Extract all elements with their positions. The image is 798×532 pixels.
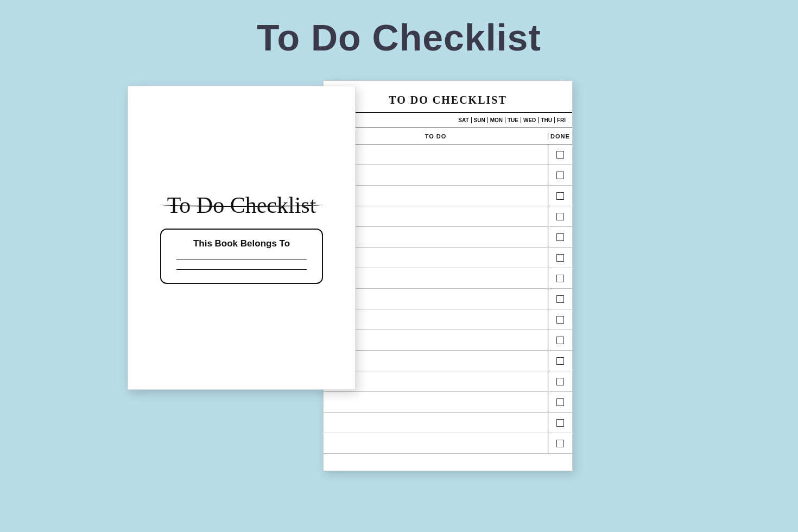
todo-cell [324, 206, 548, 226]
checkbox-icon[interactable] [556, 398, 564, 406]
todo-cell [324, 186, 548, 206]
todo-cell [324, 248, 548, 268]
todo-cell [324, 289, 548, 309]
table-row [324, 165, 572, 186]
done-cell [548, 351, 572, 371]
belongs-box: This Book Belongs To [160, 229, 323, 284]
todo-cell [324, 351, 548, 371]
todo-cell [324, 413, 548, 433]
done-cell [548, 144, 572, 164]
checkbox-icon[interactable] [556, 440, 564, 447]
checklist-rows [324, 144, 572, 471]
day-mon: MON [487, 117, 505, 123]
column-header-row: TO DO DONE [324, 128, 572, 144]
checkbox-icon[interactable] [556, 172, 564, 179]
table-row [324, 392, 572, 413]
done-cell [548, 433, 572, 453]
book-interior: TO DO CHECKLIST DATE :- SAT SUN MON TUE … [323, 80, 573, 471]
todo-cell [324, 433, 548, 453]
done-cell [548, 371, 572, 391]
todo-col-header: TO DO [324, 133, 548, 140]
table-row [324, 309, 572, 330]
done-cell [548, 309, 572, 330]
done-cell [548, 413, 572, 433]
checkbox-icon[interactable] [556, 192, 564, 200]
done-cell [548, 268, 572, 288]
table-row [324, 433, 572, 454]
interior-title: TO DO CHECKLIST [389, 94, 506, 106]
checkbox-icon[interactable] [556, 213, 564, 220]
todo-cell [324, 392, 548, 412]
table-row [324, 413, 572, 433]
day-thu: THU [538, 117, 554, 123]
day-sat: SAT [456, 117, 471, 123]
checkbox-icon[interactable] [556, 295, 564, 303]
done-cell [548, 248, 572, 268]
todo-cell [324, 309, 548, 330]
checkbox-icon[interactable] [556, 337, 564, 344]
day-tue: TUE [505, 117, 521, 123]
todo-cell [324, 165, 548, 185]
done-cell [548, 186, 572, 206]
done-cell [548, 289, 572, 309]
checkbox-icon[interactable] [556, 378, 564, 385]
table-row [324, 351, 572, 371]
done-cell [548, 392, 572, 412]
checkbox-icon[interactable] [556, 254, 564, 262]
days-list: SAT SUN MON TUE WED THU FRI [456, 117, 572, 123]
table-row [324, 371, 572, 392]
day-fri: FRI [554, 117, 568, 123]
belongs-line-1 [176, 259, 307, 259]
table-row [324, 330, 572, 351]
checkbox-icon[interactable] [556, 419, 564, 427]
belongs-line-2 [176, 269, 307, 270]
todo-cell [324, 330, 548, 350]
table-row [324, 144, 572, 165]
page-title: To Do Checklist [257, 16, 541, 59]
todo-cell [324, 268, 548, 288]
table-row [324, 206, 572, 227]
table-row [324, 227, 572, 248]
books-container: To Do Checklist This Book Belongs To TO … [73, 75, 725, 493]
day-sun: SUN [471, 117, 487, 123]
todo-cell [324, 227, 548, 247]
todo-cell [324, 144, 548, 164]
done-cell [548, 165, 572, 185]
checkbox-icon[interactable] [556, 233, 564, 241]
table-row [324, 289, 572, 309]
table-row [324, 248, 572, 268]
book-cover: To Do Checklist This Book Belongs To [128, 86, 356, 390]
table-row [324, 268, 572, 289]
belongs-label: This Book Belongs To [193, 238, 290, 249]
interior-title-row: TO DO CHECKLIST [324, 81, 572, 113]
table-row [324, 186, 572, 206]
checkbox-icon[interactable] [556, 275, 564, 282]
done-cell [548, 206, 572, 226]
checkbox-icon[interactable] [556, 357, 564, 365]
day-wed: WED [521, 117, 538, 123]
checkbox-icon[interactable] [556, 151, 564, 159]
done-cell [548, 227, 572, 247]
done-col-header: DONE [548, 133, 572, 140]
todo-cell [324, 371, 548, 391]
days-row: DATE :- SAT SUN MON TUE WED THU FRI [324, 113, 572, 128]
done-cell [548, 330, 572, 350]
checkbox-icon[interactable] [556, 316, 564, 324]
